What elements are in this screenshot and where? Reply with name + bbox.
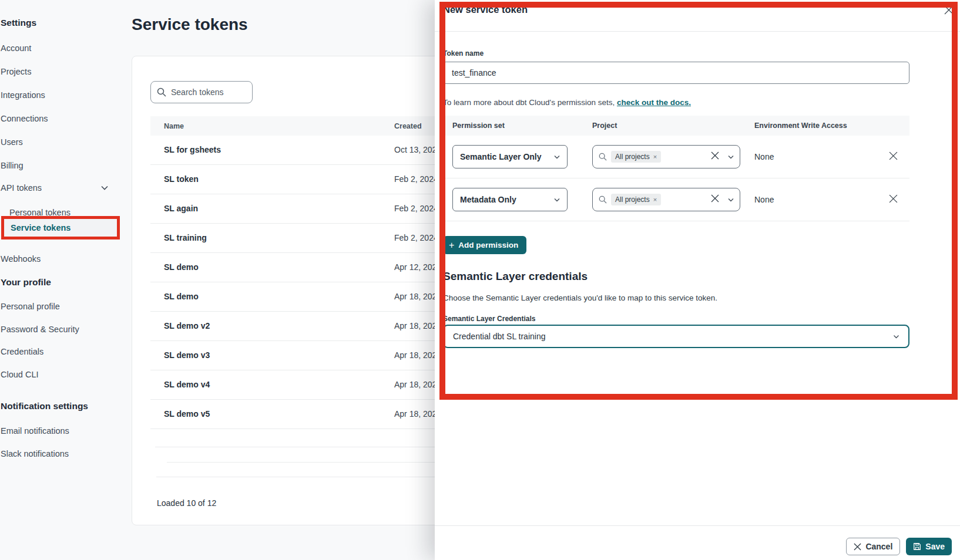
write-access-value: None xyxy=(754,195,774,204)
project-combobox[interactable]: All projects × xyxy=(592,188,740,211)
search-tokens-box[interactable] xyxy=(150,81,253,103)
remove-permission-icon[interactable] xyxy=(887,149,900,165)
partial-row-divider xyxy=(156,477,437,477)
chevron-down-icon xyxy=(554,155,560,159)
sidebar-item[interactable]: Credentials xyxy=(0,340,128,363)
column-header-name: Name xyxy=(164,122,184,130)
sidebar-item[interactable]: Slack notifications xyxy=(0,443,128,465)
add-permission-label: Add permission xyxy=(458,241,518,249)
token-name-cell: SL demo v5 xyxy=(164,409,210,419)
cancel-label: Cancel xyxy=(865,542,892,551)
sidebar-item[interactable]: Projects xyxy=(0,60,128,83)
sidebar-item[interactable]: Password & Security xyxy=(0,318,128,341)
partial-row-divider xyxy=(167,462,437,463)
sidebar-item[interactable]: Integrations xyxy=(0,83,128,107)
chevron-down-icon xyxy=(728,155,734,159)
close-icon[interactable] xyxy=(943,4,955,16)
permission-set-select[interactable]: Metadata Only xyxy=(452,188,568,211)
sidebar-item-label: Service tokens xyxy=(11,223,71,232)
sidebar-item[interactable]: Account xyxy=(0,36,128,60)
chip-remove-icon[interactable]: × xyxy=(653,196,657,203)
token-name-input[interactable] xyxy=(443,62,909,84)
sidebar-item-api-tokens[interactable]: API tokens xyxy=(0,176,128,200)
remove-permission-icon[interactable] xyxy=(887,192,900,208)
docs-hint-text: To learn more about dbt Cloud's permissi… xyxy=(443,98,617,107)
sidebar-item[interactable]: Connections xyxy=(0,107,128,130)
sidebar-profile-list: Personal profile Password & Security Cre… xyxy=(0,295,128,386)
clear-icon[interactable] xyxy=(711,194,719,205)
plus-icon: + xyxy=(449,241,454,250)
column-header-created: Created xyxy=(394,122,422,130)
docs-hint: To learn more about dbt Cloud's permissi… xyxy=(443,98,691,107)
permission-set-value: Metadata Only xyxy=(460,195,516,204)
page-title: Service tokens xyxy=(132,15,248,34)
modal-header: New service token xyxy=(435,0,960,32)
token-name-cell: SL demo v3 xyxy=(164,350,210,360)
sidebar-heading-your-profile: Your profile xyxy=(1,277,51,288)
save-icon xyxy=(913,542,921,551)
partial-row-divider xyxy=(155,447,437,447)
project-chip: All projects × xyxy=(611,151,661,163)
sidebar-item[interactable]: Email notifications xyxy=(0,420,128,443)
token-name-cell: SL demo xyxy=(164,292,199,301)
search-icon xyxy=(599,153,607,161)
sidebar-notification-list: Email notifications Slack notifications xyxy=(0,420,128,465)
token-name-label: Token name xyxy=(443,49,484,58)
column-header-environment-write-access: Environment Write Access xyxy=(754,122,847,130)
token-name-cell: SL again xyxy=(164,204,198,213)
column-header-permission-set: Permission set xyxy=(452,122,505,130)
modal-title: New service token xyxy=(443,4,528,15)
chevron-down-icon xyxy=(728,198,734,202)
add-permission-button[interactable]: + Add permission xyxy=(443,236,526,254)
semantic-layer-credentials-label: Semantic Layer Credentials xyxy=(443,315,535,323)
sidebar-item[interactable]: Billing xyxy=(0,154,128,177)
semantic-layer-credentials-select[interactable]: Credential dbt SL training xyxy=(443,325,909,348)
token-name-cell: SL training xyxy=(164,233,207,242)
loaded-count-label: Loaded 10 of 12 xyxy=(157,498,216,508)
semantic-layer-section-title: Semantic Layer credentials xyxy=(443,270,588,283)
save-label: Save xyxy=(925,542,945,551)
modal-footer: Cancel Save xyxy=(435,525,960,560)
column-header-project: Project xyxy=(592,122,617,130)
token-name-cell: SL demo v4 xyxy=(164,380,210,389)
project-combobox[interactable]: All projects × xyxy=(592,145,740,168)
project-chip-label: All projects xyxy=(615,153,650,161)
sidebar-item[interactable]: Personal profile xyxy=(0,295,128,318)
project-chip-label: All projects xyxy=(615,195,650,204)
search-input[interactable] xyxy=(171,87,241,97)
settings-sidebar: Settings Account Projects Integrations C… xyxy=(0,0,128,560)
search-icon xyxy=(157,87,166,97)
sidebar-heading-notification-settings: Notification settings xyxy=(1,401,88,411)
chevron-down-icon xyxy=(554,198,560,202)
close-icon xyxy=(854,543,861,551)
credentials-selected-value: Credential dbt SL training xyxy=(453,332,545,341)
chevron-down-icon xyxy=(893,335,899,339)
docs-link[interactable]: check out the docs. xyxy=(617,98,691,107)
sidebar-item-label: API tokens xyxy=(1,183,42,193)
chip-remove-icon[interactable]: × xyxy=(653,153,657,160)
sidebar-item-service-tokens[interactable]: Service tokens xyxy=(1,216,120,239)
token-name-cell: SL demo v2 xyxy=(164,321,210,330)
permission-table-header: Permission set Project Environment Write… xyxy=(443,116,909,136)
token-name-cell: SL token xyxy=(164,174,199,184)
clear-icon[interactable] xyxy=(711,151,719,162)
search-icon xyxy=(599,195,607,204)
permission-row: Metadata Only All projects × xyxy=(443,178,909,221)
permission-set-select[interactable]: Semantic Layer Only xyxy=(452,145,568,168)
sidebar-item[interactable]: Cloud CLI xyxy=(0,363,128,386)
permission-set-value: Semantic Layer Only xyxy=(460,152,542,161)
cancel-button[interactable]: Cancel xyxy=(846,538,900,555)
token-name-cell: SL for gsheets xyxy=(164,145,221,154)
write-access-value: None xyxy=(754,152,774,161)
sidebar-item[interactable]: Users xyxy=(0,130,128,154)
permission-rows: Semantic Layer Only All projects × xyxy=(443,136,909,221)
project-chip: All projects × xyxy=(611,194,661,205)
semantic-layer-section-description: Choose the Semantic Layer credentials yo… xyxy=(443,294,717,302)
sidebar-settings-list: Account Projects Integrations Connection… xyxy=(0,36,128,177)
permission-row: Semantic Layer Only All projects × xyxy=(443,136,909,178)
token-name-cell: SL demo xyxy=(164,262,199,272)
new-service-token-modal: New service token Token name To learn mo… xyxy=(435,0,960,560)
sidebar-heading-settings: Settings xyxy=(1,18,36,28)
sidebar-item-webhooks[interactable]: Webhooks xyxy=(0,247,128,271)
save-button[interactable]: Save xyxy=(906,538,952,555)
